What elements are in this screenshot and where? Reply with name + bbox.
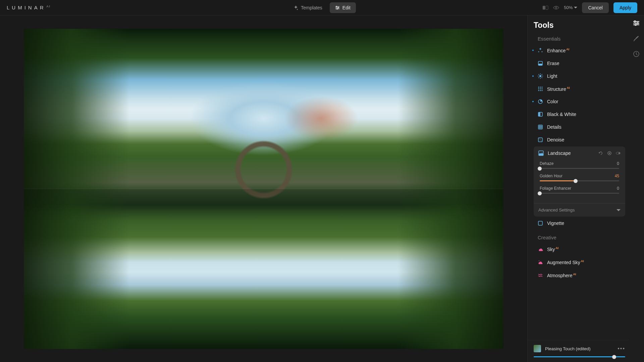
- zoom-control[interactable]: 50%: [564, 5, 577, 10]
- advanced-label: Advanced Settings: [538, 207, 575, 213]
- structure-icon: [538, 86, 543, 92]
- slider-dehaze: Dehaze 0: [540, 161, 619, 169]
- visibility-toggle-icon[interactable]: [616, 151, 621, 156]
- svg-point-33: [538, 90, 539, 91]
- app-name: LUMINAR: [7, 5, 46, 10]
- preset-more-icon[interactable]: •••: [618, 346, 625, 352]
- tab-edit[interactable]: Edit: [330, 2, 356, 13]
- details-icon: [538, 124, 543, 130]
- svg-point-44: [539, 139, 540, 139]
- preset-row[interactable]: Pleasing Touch (edited) •••: [534, 345, 625, 352]
- slider-thumb[interactable]: [538, 191, 542, 195]
- active-dot-icon: [532, 50, 534, 51]
- slider-label: Golden Hour: [540, 174, 562, 178]
- slider-track-foliage[interactable]: [540, 193, 619, 194]
- slider-track-golden-hour[interactable]: [540, 180, 619, 181]
- tool-label: Color: [547, 99, 558, 104]
- active-dot-icon: [532, 101, 534, 102]
- ai-badge: AI: [581, 259, 584, 263]
- zoom-value: 50%: [564, 5, 573, 10]
- svg-line-26: [542, 74, 542, 75]
- slider-thumb[interactable]: [574, 179, 578, 183]
- preset-amount-slider[interactable]: [534, 356, 625, 357]
- eye-icon[interactable]: [553, 5, 559, 10]
- tool-label: AtmosphereAI: [547, 273, 576, 278]
- undo-icon[interactable]: [598, 151, 603, 156]
- tool-label: Details: [547, 124, 561, 130]
- topbar-right: 50% Cancel Apply: [542, 2, 637, 13]
- tool-landscape-expanded: Landscape Dehaze 0: [534, 146, 625, 217]
- history-strip-icon[interactable]: [633, 50, 640, 58]
- tool-enhance[interactable]: EnhanceAI: [534, 44, 625, 57]
- svg-point-28: [540, 86, 541, 87]
- landscape-sliders: Dehaze 0 Golden Hour 45: [534, 160, 625, 203]
- svg-point-18: [539, 75, 541, 77]
- tool-label: EnhanceAI: [547, 48, 569, 53]
- svg-point-14: [635, 24, 636, 25]
- mode-tabs: Templates Edit: [288, 2, 356, 13]
- chevron-down-icon: [574, 7, 577, 9]
- canvas-viewport[interactable]: [0, 15, 527, 362]
- sparkle-icon: [293, 5, 298, 10]
- tool-label: Denoise: [547, 137, 564, 142]
- compare-split-icon[interactable]: [542, 5, 548, 10]
- section-creative: Creative: [538, 235, 625, 240]
- brush-strip-icon[interactable]: [633, 35, 640, 42]
- slider-value: 45: [615, 174, 619, 178]
- svg-rect-38: [538, 125, 542, 129]
- tool-light[interactable]: Light: [534, 70, 625, 82]
- app-suffix: AI: [47, 5, 51, 8]
- slider-track-dehaze[interactable]: [540, 168, 619, 169]
- color-icon: [538, 99, 543, 104]
- preset-footer: Pleasing Touch (edited) •••: [528, 340, 644, 362]
- svg-point-46: [540, 140, 540, 141]
- svg-point-27: [538, 86, 539, 87]
- svg-rect-53: [538, 221, 542, 225]
- cancel-button[interactable]: Cancel: [582, 2, 609, 13]
- svg-line-24: [542, 77, 542, 78]
- erase-icon: [538, 61, 543, 66]
- slider-thumb[interactable]: [538, 167, 542, 171]
- tools-strip-icon[interactable]: [633, 19, 640, 27]
- tool-color[interactable]: Color: [534, 96, 625, 108]
- mask-icon[interactable]: [607, 151, 612, 156]
- tool-sky[interactable]: SkyAI: [534, 243, 625, 255]
- tool-erase[interactable]: Erase: [534, 57, 625, 69]
- sliders-icon: [335, 5, 340, 10]
- apply-button[interactable]: Apply: [613, 2, 637, 13]
- advanced-settings-toggle[interactable]: Advanced Settings: [534, 203, 625, 217]
- tool-atmosphere[interactable]: AtmosphereAI: [534, 269, 625, 282]
- slider-foliage: Foliage Enhancer 0: [540, 186, 619, 194]
- top-bar: LUMINARAI Templates Edit 50% Cancel Appl…: [0, 0, 644, 15]
- tool-vignette[interactable]: Vignette: [534, 217, 625, 229]
- tool-denoise[interactable]: Denoise: [534, 134, 625, 146]
- tool-label: SkyAI: [547, 246, 558, 252]
- denoise-icon: [538, 137, 543, 142]
- svg-point-4: [338, 7, 339, 8]
- tool-landscape-header[interactable]: Landscape: [534, 146, 625, 160]
- tool-structure[interactable]: StructureAI: [534, 83, 625, 95]
- enhance-icon: [538, 48, 543, 53]
- tool-details[interactable]: Details: [534, 121, 625, 133]
- active-dot-icon: [532, 75, 534, 77]
- tool-augmented-sky[interactable]: Augmented SkyAI: [534, 256, 625, 268]
- svg-point-5: [337, 8, 338, 9]
- ai-badge: AI: [567, 86, 570, 89]
- svg-point-52: [619, 153, 620, 154]
- slider-golden-hour: Golden Hour 45: [540, 174, 619, 181]
- atmosphere-icon: [538, 273, 543, 278]
- tool-label: Vignette: [547, 221, 564, 226]
- svg-point-54: [539, 260, 539, 261]
- tool-bw[interactable]: Black & White: [534, 108, 625, 120]
- slider-thumb[interactable]: [612, 355, 616, 359]
- tab-edit-label: Edit: [342, 5, 351, 10]
- right-sidebar: Tools Essentials EnhanceAI Erase Light S…: [527, 15, 644, 362]
- panel-title: Tools: [534, 21, 625, 30]
- landscape-icon: [538, 150, 544, 156]
- svg-rect-43: [538, 138, 542, 142]
- light-icon: [538, 73, 543, 79]
- tab-templates[interactable]: Templates: [288, 2, 328, 13]
- svg-rect-7: [546, 6, 548, 9]
- tool-label: StructureAI: [547, 86, 570, 92]
- svg-point-13: [637, 22, 638, 24]
